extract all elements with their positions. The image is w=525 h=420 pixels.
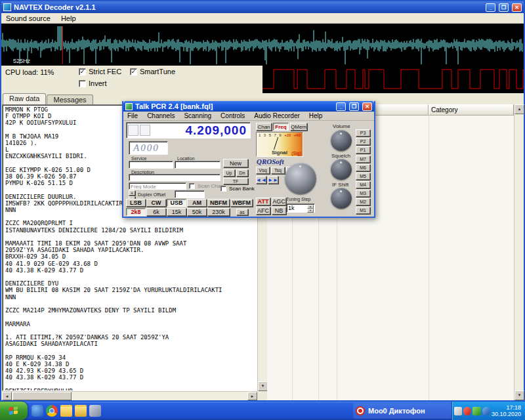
menu-item-file[interactable]: File [123, 112, 142, 119]
navtex-minimize-button[interactable]: _ [486, 3, 495, 12]
folder-icon[interactable] [75, 405, 87, 417]
if-shift-knob[interactable] [331, 188, 352, 209]
menu-item-help[interactable]: Help [305, 112, 327, 119]
location-field[interactable] [175, 161, 220, 169]
scroll-down-button[interactable]: ▼ [258, 381, 268, 391]
lcd-cell [128, 125, 138, 136]
moo0-recorder-button[interactable]: Моо0 Диктофон [353, 403, 452, 419]
talkpcr-close-button[interactable]: ✕ [362, 102, 372, 111]
memory-button-m1[interactable]: M1 [356, 207, 370, 214]
menu-item-controls[interactable]: Controls [217, 112, 249, 119]
memory-button-m3[interactable]: M3 [356, 190, 370, 197]
memory-button-m6[interactable]: M6 [356, 164, 370, 171]
att-button[interactable]: ATT [256, 198, 270, 205]
up-button[interactable]: Up [223, 169, 235, 177]
spectrum-trace [1, 24, 524, 66]
next-bank-button[interactable]: ►► [268, 176, 278, 184]
scroll-thumb[interactable] [12, 392, 72, 400]
spectrum-display[interactable]: 525Hz [1, 24, 524, 66]
filter-button-2k8[interactable]: 2k8 [126, 208, 146, 216]
desktop: NAVTEX Decoder v2.1.1 _ ❐ ✕ Sound source… [0, 0, 525, 420]
taskbar-clock[interactable]: 17:18 30.10.2020 [492, 404, 525, 417]
memory-button-p3[interactable]: P3 [356, 129, 370, 136]
folder-icon[interactable] [60, 405, 72, 417]
dn-button[interactable]: Dn [236, 169, 248, 177]
record-icon [356, 406, 365, 415]
chrome-icon[interactable] [46, 405, 58, 417]
memory-button-m4[interactable]: M4 [356, 181, 370, 188]
navtex-titlebar[interactable]: NAVTEX Decoder v2.1.1 _ ❐ ✕ [1, 1, 524, 13]
talkpcr-titlebar[interactable]: Talk PCR 2.4 [bank.fql] _ ❐ ✕ [123, 101, 374, 112]
agc-button[interactable]: AGC [272, 198, 286, 205]
tuning-step-select[interactable]: 1k ▲▼ [286, 203, 315, 213]
raw-data-horizontal-scrollbar[interactable]: ◄ ► [2, 391, 257, 400]
memory-button-m7[interactable]: M7 [356, 156, 370, 163]
memory-button-p1[interactable]: P1 [356, 146, 370, 154]
description-field[interactable] [129, 174, 220, 181]
media-player-icon[interactable] [89, 405, 101, 417]
filter-button-15k[interactable]: 15k [167, 208, 186, 216]
filter-small-button[interactable]: as [236, 209, 248, 215]
tab-raw-data[interactable]: Raw data [3, 93, 46, 104]
tray-app-icon[interactable] [482, 407, 490, 415]
strict-fec-checkbox[interactable]: ✓ Strict FEC [79, 68, 121, 75]
spinner[interactable]: ▲▼ [307, 205, 314, 211]
new-button[interactable]: New [223, 159, 248, 167]
talkpcr-maximize-button[interactable]: ❐ [349, 102, 359, 111]
start-button[interactable] [0, 402, 28, 420]
duplex-offset-field[interactable] [175, 190, 205, 198]
tuning-knob[interactable] [285, 163, 316, 194]
menu-item-audio-recorder[interactable]: Audio Recorder [250, 112, 303, 119]
scan-bank-checkbox[interactable]: Scan Bank [220, 186, 255, 192]
filter-button-6k[interactable]: 6k [146, 208, 166, 216]
tf-button[interactable]: TF [223, 178, 248, 184]
tray-app-icon[interactable] [463, 407, 471, 415]
service-field[interactable] [129, 161, 173, 169]
filter-button-50k[interactable]: 50k [187, 208, 207, 216]
navtex-app-icon [3, 3, 11, 11]
vsq-button[interactable]: Vsq [256, 167, 270, 174]
freq-button[interactable]: Freq [273, 123, 289, 131]
navtex-maximize-button[interactable]: ❐ [499, 3, 509, 12]
memory-button-p2[interactable]: P2 [356, 138, 370, 145]
filter-button-230k[interactable]: 230k [207, 208, 230, 216]
mode-button-am[interactable]: AM [187, 199, 207, 207]
browser-icon[interactable] [32, 405, 43, 417]
menu-item-sound-source[interactable]: Sound source [1, 14, 55, 23]
nb-button[interactable]: NB [272, 207, 286, 215]
afc-button[interactable]: AFC [256, 207, 270, 215]
scroll-right-button[interactable]: ► [247, 392, 257, 400]
memory-button-m2[interactable]: M2 [356, 198, 370, 205]
squelch-knob[interactable] [331, 159, 352, 180]
mode-button-cw[interactable]: CW [146, 199, 166, 207]
invert-checkbox[interactable]: Invert [79, 79, 107, 87]
previous-bank-button[interactable]: ◄◄ [256, 176, 266, 184]
mode-button-nbfm[interactable]: NBFM [207, 199, 230, 207]
menu-item-channels[interactable]: Channels [143, 112, 178, 119]
qmem-button[interactable]: QMem [290, 123, 307, 131]
smarttune-checkbox[interactable]: ✓ SmartTune [130, 68, 175, 75]
mode-button-usb[interactable]: USB [167, 199, 186, 207]
talkpcr-minimize-button[interactable]: _ [336, 102, 346, 111]
menu-item-help[interactable]: Help [56, 14, 81, 23]
tray-app-icon[interactable] [454, 407, 462, 415]
scroll-up-button[interactable]: ▲ [514, 104, 524, 114]
tsq-button[interactable]: Tsq [271, 167, 285, 174]
scroll-down-button[interactable]: ▼ [514, 390, 524, 400]
menu-item-scanning[interactable]: Scanning [180, 112, 215, 119]
chan-button[interactable]: Chan [256, 123, 272, 131]
frequency-lcd-panel: 4.209,000 [126, 122, 251, 138]
mode-button-wbfm[interactable]: WBFM [230, 199, 253, 207]
mode-button-lsb[interactable]: LSB [126, 199, 146, 207]
mode-combo[interactable]: Freq Mode [129, 182, 186, 190]
memory-button-m5[interactable]: M5 [356, 173, 370, 180]
table-vertical-scrollbar[interactable]: ▲ ▼ [514, 104, 524, 400]
tab-messages[interactable]: Messages [47, 94, 93, 104]
tray-app-icon[interactable] [472, 407, 480, 415]
column-header-category[interactable]: Category [429, 104, 514, 116]
volume-knob[interactable] [331, 130, 352, 151]
duplex-plus-button[interactable]: + [129, 190, 135, 196]
scan-chan-checkbox[interactable]: Scan Chan [189, 183, 224, 189]
scroll-left-button[interactable]: ◄ [2, 392, 12, 400]
navtex-close-button[interactable]: ✕ [512, 3, 522, 12]
